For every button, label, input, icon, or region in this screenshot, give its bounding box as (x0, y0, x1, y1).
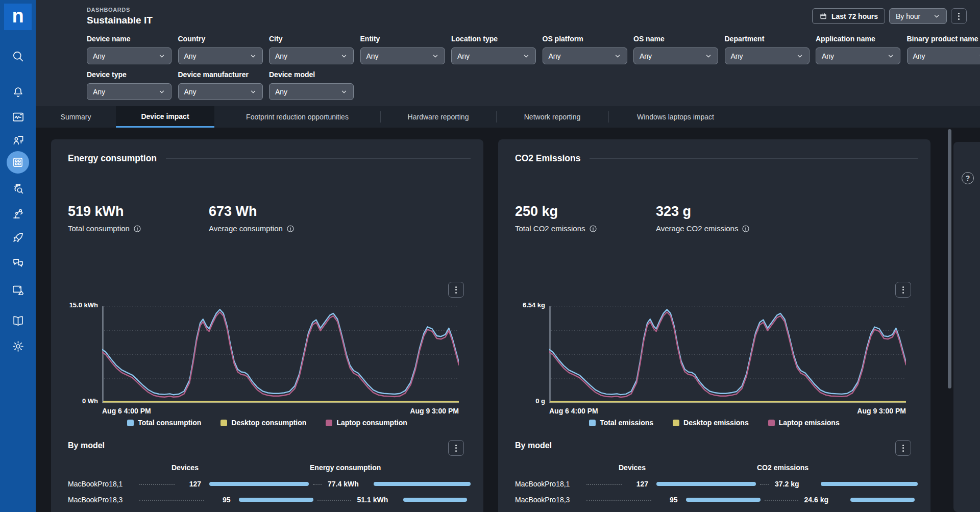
sidebar-item-investigate[interactable] (0, 180, 36, 197)
chevron-down-icon (705, 53, 712, 60)
line-chart (549, 306, 906, 403)
granularity-select[interactable]: By hour (889, 8, 947, 24)
filter-device-model: Device modelAny (269, 70, 354, 100)
legend-item-laptop-emissions[interactable]: Laptop emissions (768, 419, 840, 427)
legend-label: Total consumption (138, 419, 201, 427)
info-icon[interactable] (742, 225, 750, 233)
column-header-metric: Energy consumption (310, 464, 381, 472)
tab-footprint-reduction-opportunities[interactable]: Footprint reduction opportunities (214, 106, 380, 128)
header-menu-button[interactable] (951, 8, 967, 24)
metric-bar (374, 482, 471, 486)
chart-menu-button[interactable] (895, 282, 911, 298)
engage-icon (11, 256, 25, 270)
chevron-down-icon (796, 53, 803, 60)
sidebar-item-training[interactable] (0, 131, 36, 149)
dotted-leader (139, 484, 175, 485)
tab-network-reporting[interactable]: Network reporting (496, 106, 608, 128)
filter-select-device-name[interactable]: Any (87, 47, 172, 64)
filter-select-os-platform[interactable]: Any (543, 47, 627, 64)
chevron-down-icon (432, 53, 439, 60)
filter-select-location-type[interactable]: Any (451, 47, 536, 64)
filter-label: Device model (269, 70, 354, 79)
filter-value: Any (457, 52, 470, 60)
tab-hardware-reporting[interactable]: Hardware reporting (380, 106, 496, 128)
chevron-down-icon (887, 53, 894, 60)
info-icon[interactable] (589, 225, 597, 233)
help-icon[interactable]: ? (962, 172, 974, 184)
sidebar-item-monitoring[interactable] (0, 108, 36, 126)
time-range-button[interactable]: Last 72 hours (812, 8, 885, 24)
kpi-average-consumption: 673 Wh Average consumption (209, 204, 350, 233)
devices-bar (656, 482, 756, 486)
info-icon[interactable] (133, 225, 141, 233)
by-model-menu-button[interactable] (448, 440, 464, 456)
legend-label: Laptop emissions (779, 419, 840, 427)
page-title: Sustainable IT (87, 15, 153, 26)
filter-select-device-model[interactable]: Any (269, 83, 354, 100)
co2-emissions-card: CO2 Emissions 250 kg Total CO2 emissions… (498, 139, 930, 512)
by-model-menu-button[interactable] (895, 440, 911, 456)
filter-select-binary-product-name[interactable]: Any (907, 47, 980, 64)
filter-select-device-manufacturer[interactable]: Any (178, 83, 263, 100)
dotted-leader (765, 500, 798, 501)
by-model-row: MacBookPro18,112777.4 kWh (68, 476, 471, 492)
settings-icon (11, 339, 25, 353)
dotted-leader (317, 500, 351, 501)
model-name: MacBookPro18,3 (68, 496, 135, 504)
legend-item-laptop-consumption[interactable]: Laptop consumption (326, 419, 407, 427)
filter-select-device-type[interactable]: Any (87, 83, 172, 100)
sidebar-item-notifications[interactable] (0, 83, 36, 101)
filter-select-application-name[interactable]: Any (816, 47, 900, 64)
dotted-leader (586, 500, 651, 501)
metric-value: 37.2 kg (771, 480, 815, 488)
monitoring-icon (11, 110, 25, 124)
tab-windows-laptops-impact[interactable]: Windows laptops impact (608, 106, 743, 128)
filter-select-entity[interactable]: Any (360, 47, 445, 64)
devices-bar (686, 498, 761, 502)
vertical-scrollbar[interactable] (948, 129, 951, 388)
app-logo[interactable]: n (4, 4, 32, 30)
y-axis-min-label: 0 g (498, 397, 545, 405)
filter-device-type: Device typeAny (87, 70, 172, 100)
sidebar-item-library[interactable] (0, 312, 36, 329)
filter-device-name: Device nameAny (87, 35, 172, 64)
sidebar-item-dashboards-active[interactable] (7, 151, 29, 174)
sidebar-item-launch[interactable] (0, 229, 36, 246)
filter-select-country[interactable]: Any (178, 47, 263, 64)
legend-item-desktop-emissions[interactable]: Desktop emissions (673, 419, 749, 427)
tab-device-impact[interactable]: Device impact (116, 106, 214, 128)
legend-item-desktop-consumption[interactable]: Desktop consumption (220, 419, 306, 427)
filter-city: CityAny (269, 35, 354, 64)
card-title: CO2 Emissions (515, 153, 580, 164)
chart-legend: Total emissionsDesktop emissionsLaptop e… (498, 419, 930, 427)
dotted-leader (760, 484, 769, 485)
legend-swatch (326, 420, 332, 426)
automate-icon (11, 207, 25, 221)
filter-select-city[interactable]: Any (269, 47, 354, 64)
dotted-leader (139, 500, 204, 501)
kpi-average-emissions: 323 g Average CO2 emissions (656, 204, 797, 233)
info-icon[interactable] (286, 225, 295, 233)
chevron-down-icon (523, 53, 530, 60)
sidebar-item-engage[interactable] (0, 254, 36, 272)
sidebar-item-designer[interactable] (0, 281, 36, 299)
legend-item-total-consumption[interactable]: Total consumption (127, 419, 201, 427)
chart-menu-button[interactable] (448, 282, 464, 298)
filter-select-department[interactable]: Any (725, 47, 810, 64)
filter-select-os-name[interactable]: Any (633, 47, 718, 64)
sidebar-item-automate[interactable] (0, 205, 36, 222)
filter-country: CountryAny (178, 35, 263, 64)
tab-summary[interactable]: Summary (36, 106, 116, 128)
filter-value: Any (731, 52, 743, 60)
sidebar-item-search[interactable] (0, 47, 36, 65)
filter-label: Device name (87, 35, 172, 43)
filter-label: OS platform (543, 35, 627, 43)
filter-label: Location type (451, 35, 536, 43)
legend-label: Laptop consumption (336, 419, 407, 427)
tab-bar: SummaryDevice impactFootprint reduction … (36, 106, 980, 128)
sidebar-item-settings[interactable] (0, 337, 36, 355)
chevron-down-icon (158, 88, 165, 95)
legend-item-total-emissions[interactable]: Total emissions (589, 419, 653, 427)
legend-swatch (589, 420, 596, 426)
filter-os-name: OS nameAny (633, 35, 718, 64)
